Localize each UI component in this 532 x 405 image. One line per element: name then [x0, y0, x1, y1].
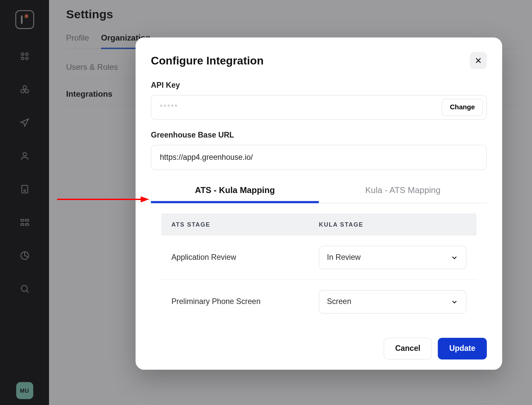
- base-url-label: Greenhouse Base URL: [151, 131, 487, 140]
- table-row: Preliminary Phone Screen Screen: [161, 280, 477, 313]
- kula-stage-select[interactable]: In Review: [319, 246, 466, 269]
- api-key-label: API Key: [151, 81, 487, 90]
- modal-title: Configure Integration: [151, 54, 264, 67]
- api-key-input[interactable]: [160, 99, 442, 116]
- select-value: In Review: [327, 253, 360, 262]
- column-header-kula-stage: KULA STAGE: [319, 221, 466, 228]
- chevron-down-icon: [451, 253, 458, 261]
- column-header-ats-stage: ATS STAGE: [171, 221, 319, 228]
- close-icon: [474, 57, 482, 64]
- select-value: Screen: [327, 297, 351, 306]
- mapping-table: ATS STAGE KULA STAGE Application Review …: [161, 213, 477, 313]
- kula-stage-select[interactable]: Screen: [319, 290, 466, 314]
- base-url-input[interactable]: [151, 145, 487, 170]
- ats-stage-name: Application Review: [171, 253, 319, 262]
- ats-stage-name: Preliminary Phone Screen: [171, 297, 319, 306]
- close-button[interactable]: [470, 52, 487, 69]
- mapping-tabs: ATS - Kula Mapping Kula - ATS Mapping: [151, 180, 487, 203]
- tab-ats-kula-mapping[interactable]: ATS - Kula Mapping: [151, 180, 319, 203]
- configure-integration-modal: Configure Integration API Key Change Gre…: [136, 38, 502, 370]
- chevron-down-icon: [451, 298, 458, 306]
- change-api-key-button[interactable]: Change: [442, 99, 483, 116]
- cancel-button[interactable]: Cancel: [384, 338, 432, 359]
- table-row: Application Review In Review: [161, 236, 477, 280]
- update-button[interactable]: Update: [438, 338, 487, 359]
- tab-kula-ats-mapping[interactable]: Kula - ATS Mapping: [319, 180, 487, 203]
